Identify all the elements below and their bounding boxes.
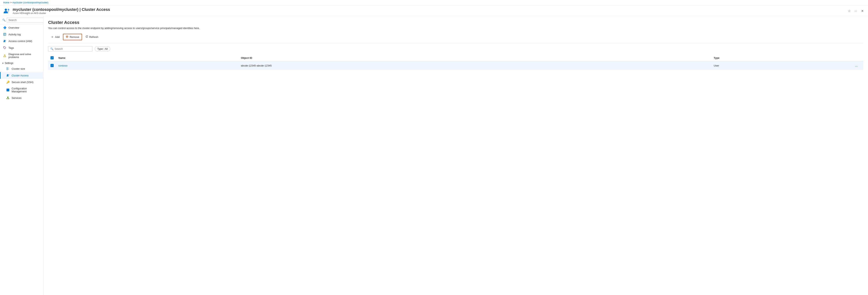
sidebar-item-config-management[interactable]: Configuration Management — [0, 85, 43, 94]
page-title: Cluster Access — [48, 20, 863, 25]
settings-section-header[interactable]: ▾ Settings — [0, 60, 43, 65]
add-button[interactable]: ＋ Add — [48, 33, 62, 40]
row-type: User — [714, 64, 719, 67]
resource-header-text: mycluster (contosopool/mycluster) | Clus… — [12, 7, 844, 14]
svg-rect-12 — [7, 69, 8, 70]
resource-title: mycluster (contosopool/mycluster) | Clus… — [12, 7, 844, 12]
sidebar-item-services-label: Services — [12, 96, 22, 99]
diagnose-icon — [3, 54, 6, 57]
svg-point-0 — [5, 8, 7, 11]
add-icon: ＋ — [51, 35, 54, 39]
main-layout: 🔍 « 🔷 Overview Activity log — [0, 16, 868, 295]
row-name-cell: contoso — [56, 61, 239, 70]
refresh-icon — [86, 35, 88, 39]
sidebar-item-secure-shell-label: Secure shell (SSH) — [12, 81, 34, 84]
sidebar-item-services[interactable]: Services — [0, 94, 43, 101]
sidebar: 🔍 « 🔷 Overview Activity log — [0, 16, 43, 295]
col-header-object-id: Object ID — [239, 55, 711, 61]
sidebar-item-diagnose-label: Diagnose and solve problems — [8, 53, 41, 59]
sidebar-search-icon: 🔍 — [2, 19, 5, 22]
refresh-button-label: Refresh — [89, 35, 98, 38]
row-object-id: abcde-12345-abcde-12345 — [241, 64, 272, 67]
access-control-icon — [3, 39, 6, 43]
page-description: You can control access to the cluster en… — [48, 27, 863, 30]
breadcrumb: Home > mycluster (contosopool/mycluster) — [0, 0, 868, 5]
breadcrumb-sep1: > — [10, 1, 12, 4]
sidebar-item-diagnose[interactable]: Diagnose and solve problems — [0, 51, 43, 60]
row-checkbox[interactable]: ✓ — [51, 64, 54, 67]
tags-icon — [3, 46, 6, 50]
sidebar-nav: 🔷 Overview Activity log — [0, 24, 43, 295]
delete-icon — [66, 35, 68, 39]
row-object-id-cell: abcde-12345-abcde-12345 — [239, 61, 711, 70]
sidebar-item-tags-label: Tags — [8, 47, 14, 49]
svg-point-15 — [7, 74, 8, 76]
cluster-size-icon — [6, 67, 10, 70]
row-more-options-button[interactable]: ... — [854, 63, 859, 68]
svg-point-8 — [4, 47, 4, 47]
more-options-button[interactable]: ··· — [854, 8, 858, 13]
config-management-icon — [6, 88, 10, 92]
sidebar-item-config-management-label: Configuration Management — [12, 87, 41, 93]
type-filter-pill[interactable]: Type : All — [95, 47, 110, 51]
col-header-type: Type — [711, 55, 851, 61]
sidebar-item-cluster-size-label: Cluster size — [12, 67, 25, 70]
sidebar-item-overview[interactable]: 🔷 Overview — [0, 24, 43, 31]
breadcrumb-resource[interactable]: mycluster (contosopool/mycluster) — [12, 1, 48, 4]
svg-point-19 — [7, 98, 8, 99]
sidebar-search-row: 🔍 « — [0, 16, 43, 24]
svg-point-18 — [7, 97, 8, 98]
services-icon — [6, 96, 10, 100]
row-name-link[interactable]: contoso — [58, 64, 67, 67]
sidebar-item-tags[interactable]: Tags — [0, 45, 43, 51]
sidebar-item-access-control[interactable]: Access control (IAM) — [0, 38, 43, 45]
svg-rect-17 — [6, 89, 9, 91]
search-box: 🔍 — [48, 46, 92, 52]
svg-point-10 — [4, 56, 5, 57]
sidebar-item-cluster-access[interactable]: Cluster Access — [0, 72, 43, 79]
header-actions: ☆ ··· ✕ — [847, 8, 865, 13]
svg-point-7 — [5, 40, 6, 41]
sidebar-item-activity-log-label: Activity log — [8, 33, 21, 36]
cluster-access-icon — [6, 73, 10, 77]
svg-point-6 — [4, 40, 5, 41]
sidebar-item-cluster-access-label: Cluster Access — [12, 74, 29, 77]
resource-icon — [3, 7, 10, 14]
remove-button-label: Remove — [70, 35, 79, 38]
search-input[interactable] — [55, 47, 90, 50]
sidebar-item-secure-shell[interactable]: 🔑 Secure shell (SSH) — [0, 79, 43, 85]
close-button[interactable]: ✕ — [860, 8, 865, 13]
settings-section-label: Settings — [5, 62, 13, 64]
remove-button[interactable]: Remove — [63, 34, 82, 40]
type-filter-label: Type : All — [97, 47, 108, 50]
resource-subtitle: Azure HDInsight on AKS cluster — [12, 12, 844, 14]
search-icon: 🔍 — [50, 47, 54, 50]
sidebar-item-activity-log[interactable]: Activity log — [0, 31, 43, 38]
col-header-name: Name — [56, 55, 239, 61]
sidebar-item-overview-label: Overview — [8, 26, 19, 29]
svg-point-16 — [8, 75, 9, 76]
row-type-cell: User — [711, 61, 851, 70]
resource-header: mycluster (contosopool/mycluster) | Clus… — [0, 5, 868, 16]
table-row: ✓ contoso abcde-12345-abcde-12345 User .… — [48, 61, 863, 70]
col-header-checkbox: ✓ — [48, 55, 56, 61]
content-area: Cluster Access You can control access to… — [43, 16, 868, 295]
access-table: ✓ Name Object ID Type — [48, 55, 863, 70]
svg-point-1 — [8, 9, 9, 10]
refresh-button[interactable]: Refresh — [83, 34, 101, 40]
favorite-button[interactable]: ☆ — [847, 8, 852, 13]
secure-shell-icon: 🔑 — [6, 80, 10, 84]
sidebar-item-cluster-size[interactable]: Cluster size — [0, 65, 43, 72]
col-header-actions — [851, 55, 863, 61]
svg-rect-11 — [7, 67, 8, 68]
table-body: ✓ contoso abcde-12345-abcde-12345 User .… — [48, 61, 863, 70]
header-checkbox[interactable]: ✓ — [51, 56, 54, 59]
svg-point-20 — [8, 98, 9, 99]
sidebar-item-access-control-label: Access control (IAM) — [8, 40, 32, 42]
settings-chevron-icon: ▾ — [2, 62, 4, 64]
table-header: ✓ Name Object ID Type — [48, 55, 863, 61]
breadcrumb-home[interactable]: Home — [3, 1, 9, 4]
row-actions-cell: ... — [851, 61, 863, 70]
overview-icon: 🔷 — [3, 26, 6, 29]
sidebar-search-input[interactable] — [7, 18, 43, 23]
